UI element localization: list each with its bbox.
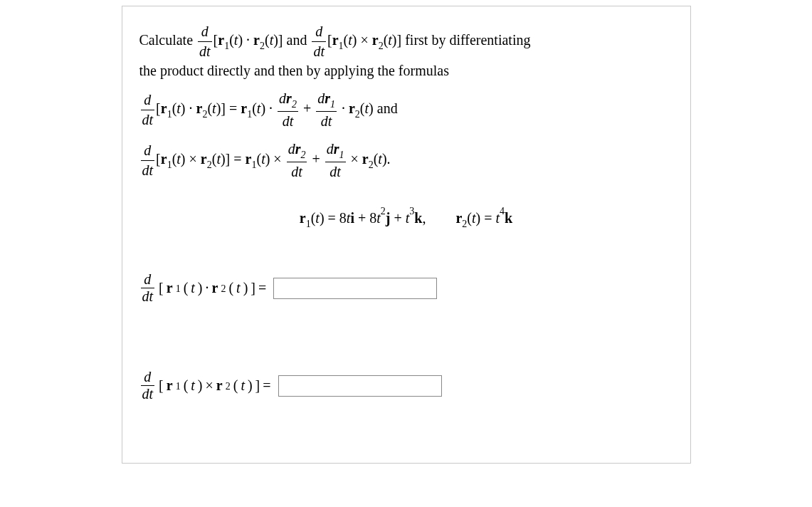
dr2dt-frac-2: dr2 dt: [287, 140, 307, 182]
dot-product-rule: d dt [r1(t) · r2(t)] = r1(t) · dr2 dt + …: [139, 89, 673, 131]
dr2dt-frac: dr2 dt: [278, 89, 298, 131]
dr1dt-frac: dr1 dt: [316, 89, 337, 131]
cross-bracket-expr: [r1(t) × r2(t)]: [327, 32, 401, 48]
answer-row-cross: d dt [r1(t) × r2(t)] =: [139, 369, 673, 402]
answer-row-dot: d dt [r1(t) · r2(t)] =: [139, 271, 673, 305]
cross-answer-input[interactable]: [278, 375, 442, 397]
and-text: and: [374, 100, 398, 116]
dr1dt-frac-2: dr1 dt: [325, 140, 346, 182]
period: .: [387, 151, 391, 167]
ddt-frac: d dt: [141, 90, 155, 130]
ddt-frac-cross: d dt: [312, 22, 326, 61]
given-vectors: r1(t) = 8ti + 8t2j + t3k, r2(t) = t4k: [139, 209, 673, 229]
ddt-frac-ans-cross: d dt: [141, 369, 155, 402]
problem-box: Calculate d dt [r1(t) · r2(t)] and d dt …: [122, 6, 691, 464]
intro-suffix: first by differentiating: [405, 32, 530, 48]
ddt-frac-ans-dot: d dt: [141, 271, 155, 305]
dot-lhs: d dt [r1(t) · r2(t)] =: [139, 271, 267, 305]
problem-statement-line-2: the product directly and then by applyin…: [139, 61, 673, 80]
ddt-frac-dot: d dt: [198, 22, 212, 61]
intro-mid: and: [287, 32, 311, 48]
intro-prefix: Calculate: [139, 32, 197, 48]
dot-bracket-expr: [r1(t) · r2(t)]: [213, 32, 283, 48]
cross-product-rule: d dt [r1(t) × r2(t)] = r1(t) × dr2 dt + …: [139, 140, 673, 182]
dot-answer-input[interactable]: [273, 278, 437, 299]
ddt-frac-2: d dt: [141, 141, 155, 180]
cross-lhs: d dt [r1(t) × r2(t)] =: [139, 369, 271, 402]
problem-statement-line-1: Calculate d dt [r1(t) · r2(t)] and d dt …: [139, 22, 673, 61]
